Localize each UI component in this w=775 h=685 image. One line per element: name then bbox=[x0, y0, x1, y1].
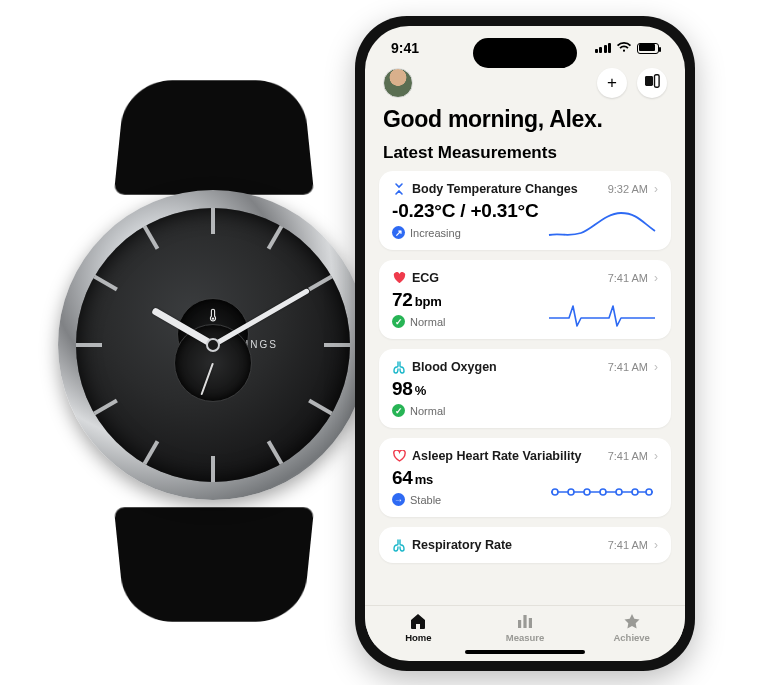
trend-up-icon: ↗ bbox=[392, 226, 405, 239]
svg-point-0 bbox=[212, 317, 214, 319]
card-title: Asleep Heart Rate Variability bbox=[412, 449, 602, 463]
watch-dial: Temp WITHINGS bbox=[76, 208, 350, 482]
card-title: Respiratory Rate bbox=[412, 538, 602, 552]
card-blood-oxygen[interactable]: Blood Oxygen 7:41 AM › 98% ✓ Normal bbox=[379, 349, 671, 428]
battery-icon bbox=[637, 43, 659, 54]
status-time: 9:41 bbox=[391, 40, 419, 56]
tab-label: Achieve bbox=[613, 632, 649, 643]
card-status: Normal bbox=[410, 405, 445, 417]
chevron-right-icon: › bbox=[654, 538, 658, 552]
lungs-icon bbox=[392, 360, 406, 374]
svg-rect-11 bbox=[518, 620, 521, 628]
card-status: Stable bbox=[410, 494, 441, 506]
dynamic-island bbox=[473, 38, 577, 68]
svg-rect-1 bbox=[645, 76, 653, 86]
card-value: 98% bbox=[392, 378, 658, 400]
card-time: 7:41 AM bbox=[608, 450, 648, 462]
card-status: Normal bbox=[410, 316, 445, 328]
lungs-icon bbox=[392, 538, 406, 552]
chevron-right-icon: › bbox=[654, 360, 658, 374]
cellular-icon bbox=[595, 43, 612, 53]
trend-flat-icon: → bbox=[392, 493, 405, 506]
chevron-right-icon: › bbox=[654, 449, 658, 463]
tab-home[interactable]: Home bbox=[365, 612, 472, 643]
watch-strap-top bbox=[114, 80, 314, 195]
watch-seconds-subdial bbox=[174, 324, 252, 402]
temperature-icon bbox=[392, 182, 406, 196]
check-icon: ✓ bbox=[392, 315, 405, 328]
thermometer-icon bbox=[208, 308, 218, 325]
svg-rect-12 bbox=[523, 615, 526, 628]
card-hrv[interactable]: Asleep Heart Rate Variability 7:41 AM › … bbox=[379, 438, 671, 517]
card-time: 9:32 AM bbox=[608, 183, 648, 195]
card-title: Blood Oxygen bbox=[412, 360, 602, 374]
home-icon bbox=[408, 612, 428, 630]
status-icons bbox=[595, 40, 660, 56]
wifi-icon bbox=[616, 40, 632, 56]
tab-achieve[interactable]: Achieve bbox=[578, 612, 685, 643]
hrv-sparkline bbox=[547, 474, 657, 510]
heart-icon bbox=[392, 271, 406, 285]
phone-frame: 9:41 + bbox=[355, 16, 695, 671]
svg-rect-2 bbox=[655, 75, 660, 87]
card-time: 7:41 AM bbox=[608, 539, 648, 551]
devices-button[interactable] bbox=[637, 68, 667, 98]
svg-point-4 bbox=[552, 489, 558, 495]
measurements-list: Body Temperature Changes 9:32 AM › -0.23… bbox=[365, 171, 685, 605]
home-indicator[interactable] bbox=[465, 650, 585, 655]
measure-icon bbox=[515, 612, 535, 630]
watch-seconds-hand bbox=[200, 363, 214, 396]
svg-point-9 bbox=[632, 489, 638, 495]
heart-outline-icon bbox=[392, 449, 406, 463]
card-time: 7:41 AM bbox=[608, 272, 648, 284]
tab-bar: Home Measure Achieve bbox=[365, 605, 685, 645]
add-button[interactable]: + bbox=[597, 68, 627, 98]
card-time: 7:41 AM bbox=[608, 361, 648, 373]
card-body-temperature[interactable]: Body Temperature Changes 9:32 AM › -0.23… bbox=[379, 171, 671, 250]
devices-icon bbox=[644, 73, 660, 93]
watch-center-cap bbox=[206, 338, 220, 352]
svg-point-7 bbox=[600, 489, 606, 495]
check-icon: ✓ bbox=[392, 404, 405, 417]
card-title: Body Temperature Changes bbox=[412, 182, 602, 196]
svg-point-10 bbox=[646, 489, 652, 495]
chevron-right-icon: › bbox=[654, 182, 658, 196]
tab-label: Measure bbox=[506, 632, 545, 643]
card-ecg[interactable]: ECG 7:41 AM › 72bpm ✓ Normal bbox=[379, 260, 671, 339]
svg-point-5 bbox=[568, 489, 574, 495]
svg-point-8 bbox=[616, 489, 622, 495]
plus-icon: + bbox=[607, 73, 617, 93]
watch-product: Temp WITHINGS bbox=[28, 140, 398, 560]
tab-label: Home bbox=[405, 632, 431, 643]
card-status: Increasing bbox=[410, 227, 461, 239]
phone-screen: 9:41 + bbox=[365, 26, 685, 661]
card-title: ECG bbox=[412, 271, 602, 285]
svg-point-6 bbox=[584, 489, 590, 495]
section-title: Latest Measurements bbox=[365, 143, 685, 171]
tab-measure[interactable]: Measure bbox=[472, 612, 579, 643]
temperature-sparkline bbox=[547, 207, 657, 243]
card-respiratory-rate[interactable]: Respiratory Rate 7:41 AM › bbox=[379, 527, 671, 563]
svg-rect-13 bbox=[529, 618, 532, 628]
greeting: Good morning, Alex. bbox=[365, 104, 685, 143]
avatar[interactable] bbox=[383, 68, 413, 98]
chevron-right-icon: › bbox=[654, 271, 658, 285]
watch-strap-bottom bbox=[114, 507, 314, 622]
ecg-sparkline bbox=[547, 296, 657, 332]
achieve-icon bbox=[622, 612, 642, 630]
